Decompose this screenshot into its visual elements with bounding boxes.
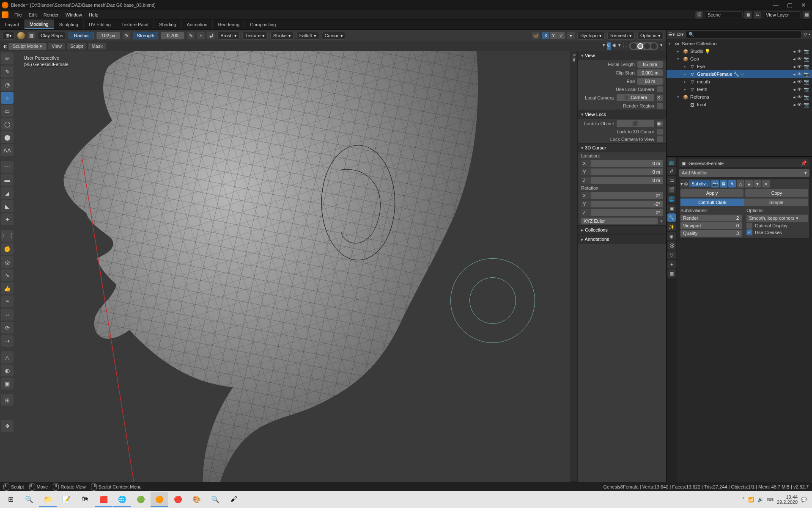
local-cam-clear[interactable]: ✕ [657,95,663,101]
outliner-display-icon[interactable]: 🗂▾ [677,32,684,37]
np-cursor-head[interactable]: 3D Cursor [578,143,666,152]
mode-dropdown[interactable]: Sculpt Mode ▾ [8,43,47,50]
sculpt-sphere-icon[interactable] [17,32,25,39]
ws-modeling[interactable]: Modeling [25,19,54,29]
uv-smooth-dropdown[interactable]: Smooth, keep corners ▾ [746,215,808,222]
ntab-item[interactable]: Item [571,51,577,482]
shade-solid-icon[interactable] [637,43,643,49]
add-subtract-icon[interactable]: + [197,32,205,39]
menu-falloff[interactable]: Falloff ▾ [296,32,319,40]
tool-box-mask[interactable]: ▣ [1,378,14,389]
mod-copy-button[interactable]: Copy [745,189,808,197]
tool-snake[interactable]: ∿ [1,269,14,281]
np-collections-head[interactable]: Collections [578,225,666,235]
dyntopo-menu[interactable]: Dyntopo ▾ [577,32,605,40]
subdiv-quality[interactable]: 3 [733,230,742,237]
cursor-rot-z[interactable]: 0° [591,209,663,216]
menu-texture[interactable]: Texture ▾ [242,32,268,40]
tool-scrape[interactable]: ◣ [1,200,14,212]
sh-view[interactable]: View [48,43,65,50]
tool-slide[interactable]: ⇢ [1,335,14,347]
tool-clay-strips[interactable]: ≡ [1,92,14,104]
mode-icon[interactable]: ◐ [3,44,8,49]
shade-rendered-icon[interactable] [651,43,657,49]
ws-add[interactable]: + [281,19,292,29]
outliner-type-icon[interactable]: ☰▾ [668,32,675,37]
ptab-physics[interactable]: ◉ [667,232,676,240]
tree-row[interactable]: ▾📦Geo◂👁📷 [667,55,812,63]
tb-search[interactable]: 🔍 [20,492,38,507]
mod-render-icon[interactable]: 📷 [711,180,719,188]
app-menu-icon[interactable] [2,11,8,18]
tb-blender[interactable]: 🟠 [151,492,168,507]
tool-elastic[interactable]: ◎ [1,256,14,268]
tool-simplify[interactable]: △ [1,351,14,363]
brush-name[interactable]: Clay Strips [38,32,66,39]
tree-row[interactable]: ▸▽mouth◂👁📷 [667,78,812,86]
cursor-loc-y[interactable]: 0 m [591,168,663,175]
tool-layer[interactable]: ▭ [1,105,14,117]
overlay-opts-icon[interactable]: ▾ [618,42,621,50]
tool-grab[interactable]: ✊ [1,243,14,255]
lock-camera-check[interactable] [657,136,663,142]
tb-app5[interactable]: 🖌 [225,492,243,507]
sym-x[interactable]: X [542,32,549,39]
view-layer-icon[interactable]: 🗂 [754,11,761,19]
radius-pressure-icon[interactable]: ✎ [123,32,130,39]
sym-lock-icon[interactable]: ▾ [567,32,575,39]
ptab-mesh[interactable]: ▽ [667,251,676,259]
viewport[interactable]: ✏ ✎ ◔ ≡ ▭ ◯ ⬤ ɅɅ 〰 ▬ ◢ ◣ ✦ 〉〈 ✊ ◎ ∿ 👍 ⚭ … [0,51,666,482]
tb-notepad[interactable]: 📝 [58,492,75,507]
tray-time[interactable]: 10.44 [777,494,798,500]
maximize-button[interactable]: ▢ [787,2,793,8]
tool-transform[interactable]: ✥ [1,420,14,432]
ptab-object[interactable]: ▣ [667,204,676,213]
use-creases-check[interactable] [746,229,752,235]
mod-type-catmull[interactable]: Catmull-Clark [680,199,744,206]
tool-thumb[interactable]: 👍 [1,282,14,294]
tool-multiplane[interactable]: ✦ [1,213,14,225]
overlay-icon[interactable]: ◉ [612,42,617,50]
np-view-head[interactable]: View [578,51,666,60]
tb-explorer[interactable]: 📁 [39,492,57,507]
ptab-viewlayer[interactable]: 🗂 [667,176,676,185]
local-cam-check[interactable] [657,86,663,92]
tree-root[interactable]: ▾🗂Scene Collection [667,40,812,47]
lock-obj-picker[interactable]: ◉ [657,121,663,127]
tool-blob[interactable]: ⬤ [1,131,14,143]
view-layer-field[interactable]: View Layer [763,11,801,18]
render-region-check[interactable] [657,103,663,109]
ptab-particles[interactable]: ✨ [667,223,676,231]
shading-opts-icon[interactable]: ▾ [660,42,663,50]
sh-sculpt[interactable]: Sculpt [67,43,87,50]
ws-texture[interactable]: Texture Paint [116,19,154,29]
np-annotations-head[interactable]: Annotations [578,235,666,244]
outliner-search[interactable]: 🔍 [686,31,802,38]
menu-file[interactable]: File [11,11,25,18]
cursor-rot-y[interactable]: -0° [591,201,663,207]
close-button[interactable]: ✕ [801,2,806,8]
tree-row[interactable]: ▾📦Referens◂👁📷 [667,93,812,101]
sh-mask[interactable]: Mask [88,43,106,50]
overlay-dropdown-icon[interactable]: ▾ [603,42,605,50]
tool-smooth[interactable]: 〰 [1,161,14,173]
tool-clay[interactable]: ◔ [1,79,14,91]
ws-rendering[interactable]: Rendering [213,19,245,29]
ws-sculpting[interactable]: Sculpting [54,19,84,29]
clip-start-field[interactable]: 0.001 m [637,69,663,76]
optimal-display-check[interactable] [746,223,752,229]
tray-wifi-icon[interactable]: 📶 [748,497,754,502]
menu-cursor[interactable]: Cursor ▾ [322,32,346,40]
tool-draw-sharp[interactable]: ✎ [1,66,14,77]
subdiv-viewport[interactable]: 0 [733,222,742,229]
tool-mask[interactable]: ◐ [1,364,14,376]
clip-end-field[interactable]: 50 m [637,78,663,85]
np-viewlock-head[interactable]: View Lock [578,110,666,119]
sym-z[interactable]: Z [557,32,565,39]
outliner-filter-icon[interactable]: ▽ [804,32,807,37]
tool-inflate[interactable]: ◯ [1,118,14,130]
ptab-render[interactable]: 📺 [667,157,676,166]
menu-help[interactable]: Help [85,11,102,18]
tool-mesh-filter[interactable]: ⊞ [1,394,14,406]
ptab-texture[interactable]: ▦ [667,269,676,278]
